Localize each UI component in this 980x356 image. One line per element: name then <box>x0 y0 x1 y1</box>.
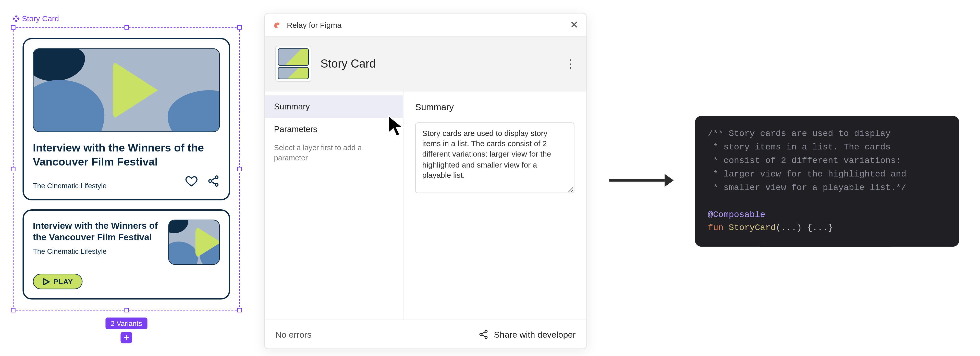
code-keyword: fun <box>708 223 724 233</box>
resize-handle[interactable] <box>124 308 129 313</box>
share-with-developer-label: Share with developer <box>494 329 576 339</box>
share-icon <box>479 329 489 339</box>
code-comment-line: * story items in a list. The cards <box>708 142 891 152</box>
relay-logo-icon <box>272 21 282 29</box>
arrow-icon <box>609 171 674 190</box>
play-icon <box>43 278 50 285</box>
resize-handle[interactable] <box>11 25 16 30</box>
component-thumbnail <box>275 46 311 82</box>
close-icon[interactable]: ✕ <box>570 19 578 31</box>
story-card-large[interactable]: Interview with the Winners of the Vancou… <box>22 38 230 200</box>
share-with-developer-button[interactable]: Share with developer <box>479 329 576 339</box>
resize-handle[interactable] <box>124 25 129 30</box>
code-signature: (...) {...} <box>776 223 833 233</box>
story-card-subtitle: The Cinematic Lifestyle <box>33 247 159 255</box>
resize-handle[interactable] <box>11 167 16 172</box>
component-label-text: Story Card <box>22 14 59 23</box>
svg-line-13 <box>482 332 485 334</box>
more-menu-icon[interactable]: ⋮ <box>565 57 576 71</box>
component-label: Story Card <box>13 14 59 23</box>
summary-textarea[interactable]: Story cards are used to display story it… <box>415 122 574 193</box>
tab-summary[interactable]: Summary <box>265 95 403 118</box>
add-variant-button[interactable]: + <box>121 332 132 343</box>
svg-marker-9 <box>44 279 49 284</box>
figma-canvas-selection: Story Card Interview with the Winners of… <box>13 13 251 311</box>
plugin-header: Story Card ⋮ <box>265 36 586 91</box>
svg-rect-2 <box>13 17 15 20</box>
svg-line-14 <box>482 335 485 337</box>
story-card-hero-image <box>33 48 220 132</box>
relay-plugin-panel: Relay for Figma ✕ Story Card ⋮ Summary P… <box>264 13 587 350</box>
code-annotation: @Composable <box>708 210 765 219</box>
code-comment-line: * smaller view for a playable list.*/ <box>708 183 907 192</box>
svg-point-12 <box>485 336 487 339</box>
svg-point-11 <box>480 333 482 335</box>
play-triangle-icon <box>195 226 220 258</box>
resize-handle[interactable] <box>237 308 242 313</box>
story-card-subtitle: The Cinematic Lifestyle <box>33 182 107 189</box>
code-function-name: StoryCard <box>729 223 776 233</box>
story-card-small[interactable]: Interview with the Winners of the Vancou… <box>22 209 230 300</box>
svg-point-5 <box>209 180 212 183</box>
svg-line-7 <box>211 178 215 181</box>
story-card-title: Interview with the Winners of the Vancou… <box>33 141 220 170</box>
status-text: No errors <box>275 329 312 339</box>
story-card-title: Interview with the Winners of the Vancou… <box>33 220 159 243</box>
svg-rect-3 <box>17 17 19 20</box>
svg-point-6 <box>215 184 218 186</box>
plugin-component-title: Story Card <box>320 57 555 71</box>
heart-icon[interactable] <box>185 175 198 190</box>
resize-handle[interactable] <box>11 308 16 313</box>
plugin-name: Relay for Figma <box>287 21 342 29</box>
code-comment-line: /** Story cards are used to display <box>708 129 891 138</box>
variants-badge[interactable]: 2 Variants <box>105 318 147 329</box>
component-icon <box>13 16 19 22</box>
generated-code-block: /** Story cards are used to display * st… <box>695 116 959 247</box>
share-icon[interactable] <box>207 175 220 190</box>
plugin-main: Summary Story cards are used to display … <box>404 92 586 319</box>
svg-point-4 <box>215 176 218 179</box>
story-card-thumb <box>168 220 220 265</box>
svg-point-10 <box>485 330 487 332</box>
plugin-titlebar[interactable]: Relay for Figma ✕ <box>265 14 586 36</box>
play-triangle-icon <box>113 61 158 119</box>
resize-handle[interactable] <box>237 167 242 172</box>
svg-line-8 <box>211 182 215 184</box>
svg-rect-1 <box>15 20 18 22</box>
code-comment-line: * larger view for the highlighted and <box>708 169 907 179</box>
play-button-label: PLAY <box>54 278 73 285</box>
parameters-hint: Select a layer first to add a parameter <box>265 140 403 170</box>
svg-rect-0 <box>15 16 18 18</box>
svg-marker-17 <box>665 174 673 187</box>
tab-parameters[interactable]: Parameters <box>265 118 403 140</box>
play-button[interactable]: PLAY <box>33 274 83 289</box>
plugin-sidebar: Summary Parameters Select a layer first … <box>265 92 404 319</box>
selection-frame[interactable]: Interview with the Winners of the Vancou… <box>13 27 240 311</box>
resize-handle[interactable] <box>237 25 242 30</box>
code-comment-line: * consist of 2 different variations: <box>708 156 901 165</box>
main-heading: Summary <box>415 102 574 112</box>
plugin-footer: No errors Share with developer <box>265 319 586 349</box>
